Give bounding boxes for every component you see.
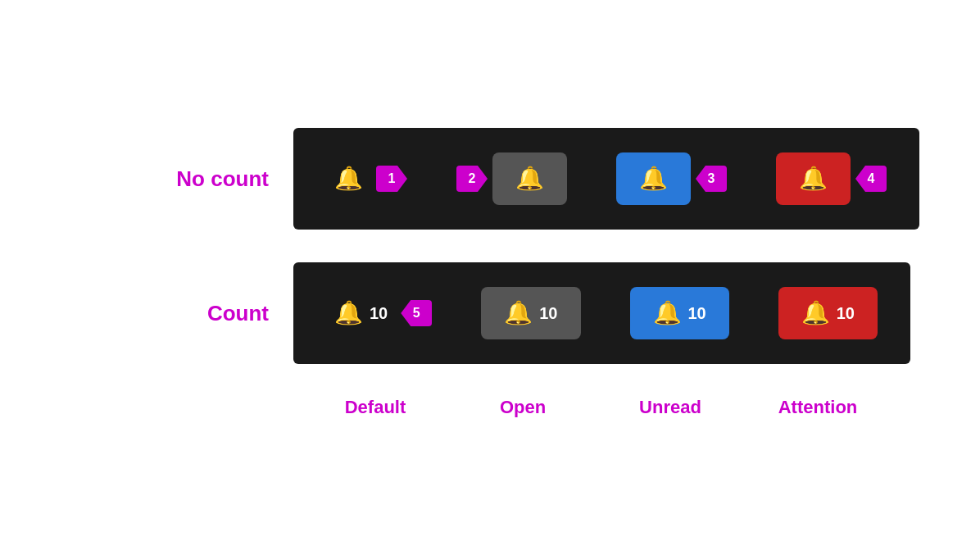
item-6-group: 🔔 10 (481, 287, 580, 339)
no-count-section: No count 🔔 1 2 🔔 🔔 3 🔔 (121, 128, 859, 230)
badge-4: 4 (855, 166, 887, 192)
item-3-group: 🔔 3 (616, 152, 727, 205)
col-label-attention: Attention (769, 397, 867, 418)
bell-count-8: 10 (837, 304, 855, 323)
bell-icon-5: 🔔 (334, 302, 363, 325)
item-1-group: 🔔 1 (326, 161, 407, 197)
bell-btn-unread-count[interactable]: 🔔 10 (630, 287, 729, 339)
labels-inner: Default Open Unread Attention (293, 397, 900, 418)
col-label-unread: Unread (621, 397, 719, 418)
col-label-default: Default (326, 397, 424, 418)
bell-icon-6: 🔔 (504, 302, 533, 325)
badge-1: 1 (376, 166, 407, 192)
bell-btn-default-nocount[interactable]: 🔔 (326, 161, 371, 197)
bell-icon-7: 🔔 (653, 302, 682, 325)
badge-3: 3 (696, 166, 727, 192)
badge-5: 5 (401, 300, 432, 326)
item-7-group: 🔔 10 (630, 287, 729, 339)
count-label: Count (121, 301, 293, 326)
col-label-open: Open (474, 397, 572, 418)
bell-btn-open-count[interactable]: 🔔 10 (481, 287, 580, 339)
bell-btn-attention-nocount[interactable]: 🔔 (776, 152, 851, 205)
bell-btn-default-count[interactable]: 🔔 10 (326, 295, 396, 331)
bell-icon-1: 🔔 (334, 167, 363, 190)
bell-count-7: 10 (688, 304, 706, 323)
item-8-group: 🔔 10 (778, 287, 878, 339)
bell-count-5: 10 (370, 304, 388, 323)
item-2-group: 2 🔔 (456, 152, 567, 205)
bell-icon-2: 🔔 (515, 167, 544, 190)
item-5-group: 🔔 10 5 (326, 295, 432, 331)
no-count-label: No count (121, 166, 293, 192)
item-4-group: 🔔 4 (776, 152, 887, 205)
bell-icon-4: 🔔 (799, 167, 828, 190)
no-count-panel: 🔔 1 2 🔔 🔔 3 🔔 4 (293, 128, 919, 230)
bell-btn-unread-nocount[interactable]: 🔔 (616, 152, 691, 205)
bell-icon-3: 🔔 (639, 167, 668, 190)
count-panel: 🔔 10 5 🔔 10 🔔 10 🔔 10 (293, 262, 910, 364)
badge-2: 2 (456, 166, 488, 192)
count-section: Count 🔔 10 5 🔔 10 🔔 10 � (121, 262, 859, 364)
bell-btn-open-nocount[interactable]: 🔔 (492, 152, 567, 205)
bell-count-6: 10 (539, 304, 557, 323)
bell-btn-attention-count[interactable]: 🔔 10 (778, 287, 878, 339)
column-labels-row: Default Open Unread Attention (121, 397, 859, 418)
bell-icon-8: 🔔 (801, 302, 830, 325)
